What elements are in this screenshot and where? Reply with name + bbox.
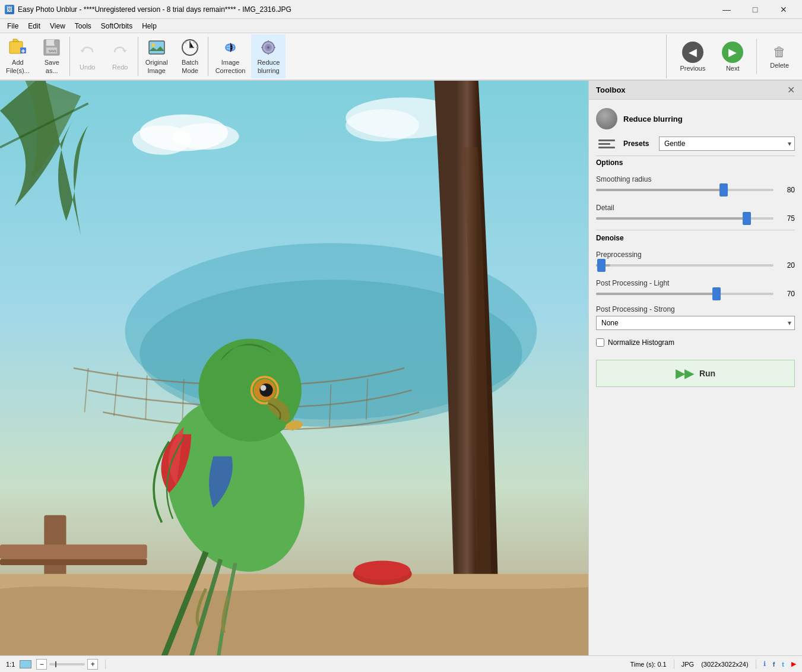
presets-select-wrapper: Gentle Moderate Strong Custom: [659, 137, 795, 151]
preprocessing-thumb[interactable]: [597, 259, 606, 272]
zoom-out-button[interactable]: −: [36, 659, 47, 670]
smoothing-radius-track[interactable]: [596, 189, 774, 191]
normalize-histogram-row: Normalize Histogram: [596, 335, 795, 350]
post-processing-light-thumb[interactable]: [712, 287, 721, 300]
next-button[interactable]: ▶ Next: [715, 39, 750, 74]
smoothing-radius-label: Smoothing radius: [596, 175, 795, 183]
reduce-blurring-section: Reduce blurring: [596, 106, 795, 132]
normalize-histogram-checkbox[interactable]: [596, 338, 604, 347]
svg-point-41: [261, 385, 267, 391]
post-processing-light-value: 70: [778, 290, 795, 298]
reduce-blurring-label: Reduceblurring: [257, 59, 280, 74]
add-files-button[interactable]: AddFile(s)...: [0, 34, 36, 78]
facebook-icon[interactable]: f: [773, 661, 775, 668]
youtube-icon[interactable]: ▶: [791, 660, 796, 668]
redo-button[interactable]: Redo: [104, 34, 137, 78]
presets-line-3: [598, 147, 615, 148]
post-processing-light-fill: [596, 293, 717, 295]
post-processing-strong-select-wrapper: None Low Medium High: [596, 316, 795, 330]
reduce-blurring-section-icon: [596, 108, 617, 129]
batch-mode-icon: [180, 38, 199, 57]
time-value: 0.1: [657, 661, 666, 668]
maximize-button[interactable]: □: [741, 0, 769, 19]
batch-mode-button[interactable]: BatchMode: [174, 34, 207, 78]
nav-separator: [756, 39, 757, 74]
run-icon: ▶▶: [676, 366, 693, 381]
detail-track[interactable]: [596, 217, 774, 220]
menu-edit[interactable]: Edit: [23, 21, 45, 31]
save-as-button[interactable]: SAVE Saveas...: [36, 34, 68, 78]
preprocessing-row: Preprocessing 20: [596, 248, 795, 272]
smoothing-radius-thumb[interactable]: [719, 183, 728, 196]
menu-tools[interactable]: Tools: [70, 21, 96, 31]
info-icon[interactable]: ℹ: [763, 660, 766, 668]
delete-icon: 🗑: [773, 45, 786, 60]
denoise-label: Denoise: [596, 230, 795, 243]
run-button[interactable]: ▶▶ Run: [596, 360, 795, 387]
menu-file[interactable]: File: [2, 21, 23, 31]
svg-marker-8: [122, 50, 127, 52]
svg-point-22: [345, 109, 419, 142]
status-separator-3: [756, 660, 756, 669]
svg-point-14: [267, 46, 270, 49]
post-processing-light-track[interactable]: [596, 293, 774, 295]
undo-button[interactable]: Undo: [71, 34, 104, 78]
reduce-blurring-button[interactable]: Reduceblurring: [251, 34, 286, 78]
detail-control: 75: [596, 214, 795, 223]
smoothing-radius-control: 80: [596, 186, 795, 194]
twitter-icon[interactable]: t: [782, 661, 784, 668]
smoothing-radius-fill: [596, 189, 724, 191]
minimize-button[interactable]: —: [713, 0, 740, 19]
window-title: Easy Photo Unblur - ****Unregistered ver…: [18, 5, 713, 14]
add-files-label: AddFile(s)...: [6, 59, 30, 74]
zoom-controls: 1:1 − +: [6, 659, 98, 670]
image-correction-button[interactable]: ImageCorrection: [210, 34, 252, 78]
parrot-image: [0, 81, 588, 655]
image-dimensions: (3022x3022x24): [701, 661, 749, 668]
status-separator-1: [105, 660, 106, 669]
previous-button[interactable]: ◀ Previous: [673, 39, 712, 74]
close-button[interactable]: ✕: [770, 0, 797, 19]
previous-icon: ◀: [682, 42, 703, 63]
toolbox-panel: Toolbox ✕ Reduce blurring Presets Gent: [588, 81, 802, 655]
menu-view[interactable]: View: [45, 21, 70, 31]
svg-point-10: [151, 43, 155, 47]
original-image-button[interactable]: OriginalImage: [140, 34, 174, 78]
presets-select[interactable]: Gentle Moderate Strong Custom: [659, 137, 795, 151]
svg-rect-5: [54, 40, 56, 45]
title-controls: — □ ✕: [713, 0, 797, 19]
add-files-icon: [8, 38, 27, 57]
zoom-slider-track[interactable]: [49, 663, 85, 665]
main-area: Toolbox ✕ Reduce blurring Presets Gent: [0, 81, 802, 655]
zoom-in-button[interactable]: +: [87, 659, 98, 670]
detail-thumb[interactable]: [743, 212, 751, 225]
toolbox-header: Toolbox ✕: [589, 81, 802, 100]
previous-label: Previous: [680, 65, 705, 72]
zoom-slider-thumb[interactable]: [55, 661, 56, 667]
save-as-icon: SAVE: [42, 38, 61, 57]
status-bar: 1:1 − + Time (s): 0.1 JPG (3022x3022x24)…: [0, 655, 802, 672]
toolbox-close-button[interactable]: ✕: [787, 84, 795, 96]
menu-help[interactable]: Help: [137, 21, 161, 31]
menu-softorbits[interactable]: SoftOrbits: [96, 21, 137, 31]
svg-point-36: [354, 561, 410, 580]
presets-row: Presets Gentle Moderate Strong Custom: [596, 137, 795, 151]
reduce-blurring-section-title: Reduce blurring: [623, 115, 683, 123]
time-label: Time (s):: [630, 661, 655, 668]
preprocessing-label: Preprocessing: [596, 251, 795, 259]
smoothing-radius-row: Smoothing radius 80: [596, 173, 795, 196]
delete-label: Delete: [770, 62, 789, 69]
preprocessing-track[interactable]: [596, 264, 774, 267]
svg-rect-3: [46, 40, 55, 46]
detail-fill: [596, 217, 747, 220]
options-label: Options: [596, 156, 795, 168]
detail-row: Detail 75: [596, 201, 795, 225]
post-processing-strong-select[interactable]: None Low Medium High: [596, 316, 795, 330]
thumbnail-icon: [20, 660, 31, 668]
svg-marker-7: [80, 50, 85, 52]
presets-line-1: [598, 140, 615, 141]
presets-label: Presets: [623, 140, 653, 148]
delete-button[interactable]: 🗑 Delete: [763, 42, 796, 71]
normalize-histogram-label[interactable]: Normalize Histogram: [608, 338, 674, 347]
image-container: [0, 81, 588, 655]
